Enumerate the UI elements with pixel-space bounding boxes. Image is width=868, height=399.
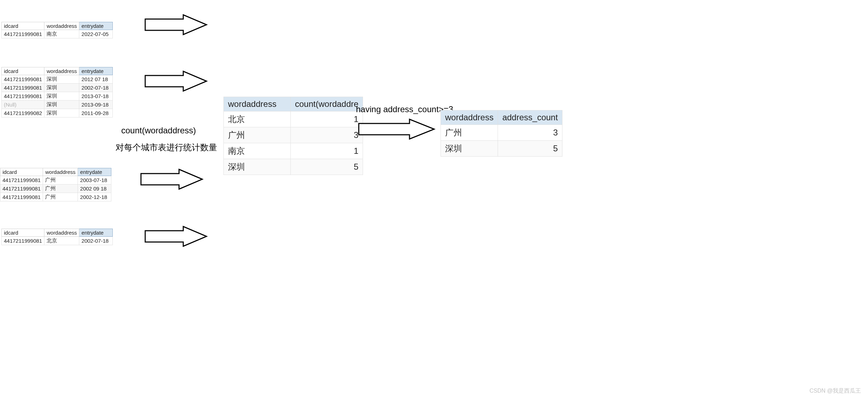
- table-header-row: idcard wordaddress entrydate: [0, 168, 111, 176]
- cell-date: 2013-07-18: [79, 92, 113, 101]
- cell-date: 2002 09 18: [78, 185, 111, 193]
- label-desc: 对每个城市表进行统计数量: [116, 142, 217, 153]
- table-row: 广州 3: [224, 127, 363, 143]
- cell-date: 2002-07-18: [79, 237, 113, 245]
- cell-addr: 深圳: [441, 141, 498, 157]
- arrow-right-icon: [358, 119, 436, 140]
- cell-count: 5: [291, 159, 363, 175]
- arrow-right-icon: [144, 14, 208, 35]
- cell-date: 2022-07-05: [79, 30, 113, 38]
- cell-date: 2012 07 18: [79, 75, 113, 84]
- table-row: 4417211999081 广州 2002 09 18: [0, 185, 111, 193]
- col-wordaddress: wordaddress: [44, 67, 79, 75]
- cell-addr: 南京: [224, 143, 291, 159]
- cell-idcard: 4417211999081: [2, 92, 44, 101]
- col-address-count: address_count: [498, 110, 562, 125]
- cell-idcard: 4417211999081: [2, 84, 44, 92]
- table-header-row: wordaddress count(wordaddre: [224, 97, 363, 111]
- table-row: 4417211999081 北京 2002-07-18: [2, 237, 113, 245]
- cell-addr: 深圳: [44, 92, 79, 101]
- col-wordaddress: wordaddress: [44, 229, 79, 237]
- cell-idcard-null: (Null): [2, 101, 44, 109]
- label-having: having address_count>=3: [356, 104, 453, 114]
- cell-addr: 广州: [43, 176, 78, 185]
- table-row: (Null) 深圳 2013-09-18: [2, 101, 113, 109]
- cell-idcard: 4417211999082: [2, 109, 44, 117]
- table-row: 4417211999081 广州 2003-07-18: [0, 176, 111, 185]
- source-table-shenzhen: idcard wordaddress entrydate 44172119990…: [1, 67, 113, 117]
- cell-addr: 广州: [43, 193, 78, 201]
- cell-addr: 深圳: [44, 84, 79, 92]
- label-count: count(wordaddress): [121, 126, 196, 135]
- cell-addr: 广州: [43, 185, 78, 193]
- table-header-row: wordaddress address_count: [441, 110, 562, 125]
- col-wordaddress: wordaddress: [43, 168, 78, 176]
- cell-date: 2002-07-18: [79, 84, 113, 92]
- cell-count: 1: [291, 111, 363, 127]
- cell-addr: 北京: [44, 237, 79, 245]
- col-count: count(wordaddre: [291, 97, 363, 111]
- cell-idcard: 4417211999081: [2, 30, 44, 38]
- col-entrydate: entrydate: [79, 22, 113, 30]
- source-table-beijing: idcard wordaddress entrydate 44172119990…: [1, 229, 113, 245]
- table-row: 4417211999082 深圳 2011-09-28: [2, 109, 113, 117]
- col-entrydate: entrydate: [79, 67, 113, 75]
- cell-addr: 深圳: [44, 101, 79, 109]
- cell-addr: 广州: [441, 125, 498, 141]
- col-wordaddress: wordaddress: [224, 97, 291, 111]
- table-header-row: idcard wordaddress entrydate: [2, 22, 113, 30]
- cell-count: 3: [291, 127, 363, 143]
- cell-addr: 广州: [224, 127, 291, 143]
- cell-count: 3: [498, 125, 562, 141]
- table-row: 深圳 5: [224, 159, 363, 175]
- col-idcard: idcard: [2, 67, 44, 75]
- col-idcard: idcard: [0, 168, 43, 176]
- col-idcard: idcard: [2, 229, 44, 237]
- cell-idcard: 4417211999081: [2, 237, 44, 245]
- source-table-nanjing: idcard wordaddress entrydate 44172119990…: [1, 22, 113, 38]
- source-table-guangzhou: idcard wordaddress entrydate 44172119990…: [0, 168, 111, 201]
- col-entrydate: entrydate: [78, 168, 111, 176]
- arrow-right-icon: [144, 226, 208, 247]
- cell-addr: 深圳: [224, 159, 291, 175]
- table-row: 南京 1: [224, 143, 363, 159]
- table-row: 4417211999081 广州 2002-12-18: [0, 193, 111, 201]
- table-row: 深圳 5: [441, 141, 562, 157]
- cell-date: 2003-07-18: [78, 176, 111, 185]
- cell-addr: 南京: [44, 30, 79, 38]
- col-wordaddress: wordaddress: [44, 22, 79, 30]
- cell-count: 1: [291, 143, 363, 159]
- cell-idcard: 4417211999081: [2, 75, 44, 84]
- cell-addr: 深圳: [44, 75, 79, 84]
- cell-date: 2011-09-28: [79, 109, 113, 117]
- arrow-right-icon: [144, 71, 208, 92]
- table-row: 4417211999081 深圳 2002-07-18: [2, 84, 113, 92]
- col-entrydate: entrydate: [79, 229, 113, 237]
- cell-idcard: 4417211999081: [0, 176, 43, 185]
- table-header-row: idcard wordaddress entrydate: [2, 229, 113, 237]
- col-wordaddress: wordaddress: [441, 110, 498, 125]
- watermark: CSDN @我是西瓜王: [809, 387, 861, 395]
- table-header-row: idcard wordaddress entrydate: [2, 67, 113, 75]
- table-row: 4417211999081 南京 2022-07-05: [2, 30, 113, 38]
- table-row: 4417211999081 深圳 2013-07-18: [2, 92, 113, 101]
- cell-addr: 北京: [224, 111, 291, 127]
- cell-date: 2013-09-18: [79, 101, 113, 109]
- arrow-right-icon: [140, 169, 204, 190]
- table-row: 4417211999081 深圳 2012 07 18: [2, 75, 113, 84]
- col-idcard: idcard: [2, 22, 44, 30]
- count-result-table: wordaddress count(wordaddre 北京 1 广州 3 南京…: [223, 97, 363, 175]
- cell-idcard: 4417211999081: [0, 193, 43, 201]
- cell-count: 5: [498, 141, 562, 157]
- cell-idcard: 4417211999081: [0, 185, 43, 193]
- table-row: 北京 1: [224, 111, 363, 127]
- cell-addr: 深圳: [44, 109, 79, 117]
- having-result-table: wordaddress address_count 广州 3 深圳 5: [441, 110, 562, 157]
- table-row: 广州 3: [441, 125, 562, 141]
- cell-date: 2002-12-18: [78, 193, 111, 201]
